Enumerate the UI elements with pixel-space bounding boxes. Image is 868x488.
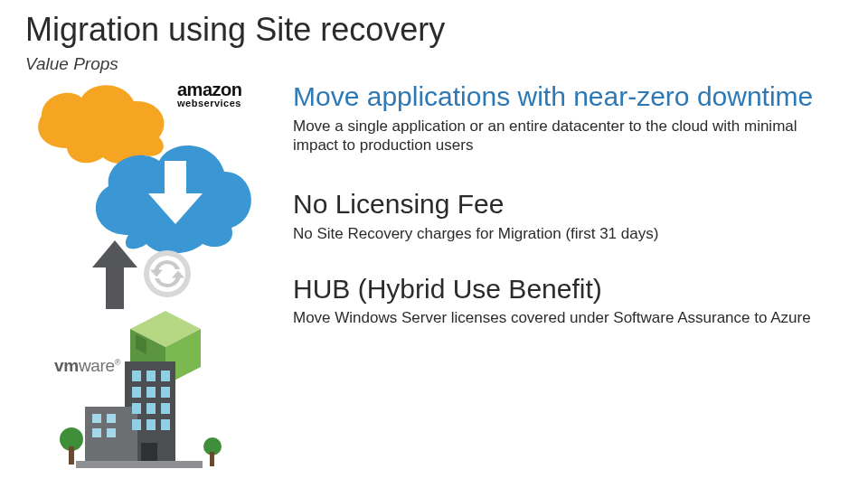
svg-rect-25 xyxy=(76,461,203,468)
block-heading: Move applications with near-zero downtim… xyxy=(293,81,843,113)
aws-logo: amazon webservices xyxy=(177,81,241,108)
sync-icon xyxy=(143,249,192,298)
svg-rect-19 xyxy=(161,419,170,430)
svg-rect-8 xyxy=(132,371,141,381)
value-prop-block: HUB (Hybrid Use Benefit) Move Windows Se… xyxy=(293,274,843,328)
block-heading: HUB (Hybrid Use Benefit) xyxy=(293,274,843,305)
svg-rect-9 xyxy=(146,371,156,381)
svg-rect-10 xyxy=(161,371,170,381)
aws-logo-line2: webservices xyxy=(177,98,241,108)
svg-rect-27 xyxy=(69,446,74,465)
svg-rect-21 xyxy=(107,414,116,423)
content-area: amazon webservices xyxy=(0,56,868,488)
svg-rect-13 xyxy=(161,387,170,398)
svg-rect-11 xyxy=(132,387,141,398)
svg-rect-14 xyxy=(132,403,141,414)
svg-rect-29 xyxy=(210,452,214,466)
page-title: Migration using Site recovery xyxy=(0,0,868,51)
block-body: Move Windows Server licenses covered und… xyxy=(293,308,843,327)
blue-cloud-icon xyxy=(81,128,262,255)
svg-rect-23 xyxy=(107,428,116,437)
aws-logo-line1: amazon xyxy=(177,81,241,98)
text-column: Move applications with near-zero downtim… xyxy=(293,81,843,350)
block-body: No Site Recovery charges for Migration (… xyxy=(293,224,843,243)
block-body: Move a single application or an entire d… xyxy=(293,117,843,155)
svg-rect-17 xyxy=(132,419,141,430)
tree-icon xyxy=(58,427,85,466)
svg-rect-12 xyxy=(146,387,156,398)
value-prop-block: No Licensing Fee No Site Recovery charge… xyxy=(293,189,843,243)
svg-rect-18 xyxy=(146,419,156,430)
svg-rect-20 xyxy=(92,414,101,423)
vmware-logo: vmware® xyxy=(54,356,120,376)
vmware-logo-tm: ® xyxy=(115,358,120,367)
vmware-logo-part1: vm xyxy=(54,356,79,375)
value-prop-block: Move applications with near-zero downtim… xyxy=(293,81,843,155)
vmware-logo-part2: ware xyxy=(79,356,115,375)
svg-rect-24 xyxy=(141,443,157,463)
svg-rect-15 xyxy=(146,403,156,414)
block-heading: No Licensing Fee xyxy=(293,189,843,221)
svg-rect-16 xyxy=(161,403,170,414)
svg-rect-22 xyxy=(92,428,101,437)
tree-icon xyxy=(203,437,222,468)
